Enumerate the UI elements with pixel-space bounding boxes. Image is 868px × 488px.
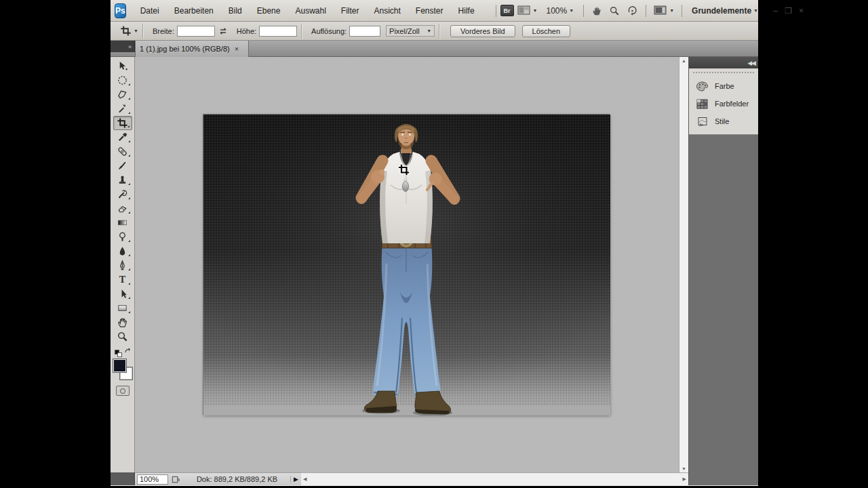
svg-text:T: T	[119, 274, 126, 285]
toolbar-collapse-button[interactable]: »	[111, 41, 135, 52]
tool-history-brush[interactable]	[113, 187, 132, 201]
tool-path-selection[interactable]	[113, 287, 132, 301]
status-bar: 100% Dok: 889,2 KB/889,2 KB ▶ ◀ ▶	[111, 472, 688, 485]
tool-elliptical-marquee[interactable]	[113, 73, 132, 87]
front-image-button[interactable]: Vorderes Bild	[450, 25, 515, 37]
foreground-color-swatch[interactable]	[113, 359, 126, 372]
quick-mask-icon	[120, 388, 125, 394]
minimize-button[interactable]: –	[769, 6, 782, 16]
vertical-scrollbar[interactable]: ▲ ▼	[679, 57, 688, 472]
menu-bild[interactable]: Bild	[221, 3, 250, 18]
panel-farbfelder[interactable]: Farbfelder	[689, 95, 758, 113]
menu-ebene[interactable]: Ebene	[250, 3, 288, 18]
workspace-switcher[interactable]: Grundelemente ▼	[692, 6, 758, 16]
status-zoom-input[interactable]: 100%	[137, 474, 168, 485]
resolution-label: Auflösung:	[311, 27, 347, 35]
tools-panel: T	[111, 57, 135, 472]
screen-mode-icon[interactable]: ▼	[650, 4, 677, 18]
tab-close-icon[interactable]: ×	[235, 45, 239, 53]
hand-icon[interactable]	[588, 4, 606, 18]
chevron-down-icon: ▼	[533, 8, 538, 13]
width-input[interactable]	[177, 26, 215, 37]
menu-ansicht[interactable]: Ansicht	[367, 3, 408, 18]
chevron-down-icon: ▼	[427, 28, 431, 33]
menu-datei[interactable]: Datei	[133, 3, 167, 18]
pasteboard[interactable]	[135, 57, 679, 472]
menu-bearbeiten[interactable]: Bearbeiten	[167, 3, 221, 18]
photoshop-logo-icon[interactable]: Ps	[115, 3, 126, 18]
tool-pen[interactable]	[113, 258, 132, 272]
crop-icon	[120, 25, 132, 37]
svg-text:fx: fx	[699, 121, 703, 127]
tool-clone-stamp[interactable]	[113, 173, 132, 187]
tool-options-bar: ▼ Breite: Höhe: Auflösung: Pixel/Zoll ▼ …	[111, 22, 758, 41]
menu-filter[interactable]: Filter	[334, 3, 367, 18]
application-bar: Br ▼ 100% ▼ ▼	[492, 4, 808, 18]
divider	[301, 24, 302, 39]
default-colors-control[interactable]	[114, 348, 132, 357]
scroll-right-icon[interactable]: ▶	[683, 476, 686, 482]
close-button[interactable]: ×	[795, 6, 808, 16]
collapsed-panels: Farbe Farbfelder fx Stile	[689, 68, 758, 135]
menu-fenster[interactable]: Fenster	[408, 3, 451, 18]
scroll-down-icon[interactable]: ▼	[682, 466, 686, 471]
document-tab-strip: » 1 (1).jpg bei 100% (RGB/8) ×	[111, 41, 758, 57]
document-tab[interactable]: 1 (1).jpg bei 100% (RGB/8) ×	[135, 41, 249, 57]
tool-dodge[interactable]	[113, 230, 132, 244]
tool-zoom[interactable]	[113, 329, 132, 344]
swap-colors-icon[interactable]	[124, 348, 132, 354]
workspace-area: T	[111, 57, 758, 472]
divider	[583, 5, 584, 17]
document-size-info: Dok: 889,2 KB/889,2 KB	[184, 475, 290, 483]
photoshop-window: Ps Datei Bearbeiten Bild Ebene Auswahl F…	[111, 0, 758, 486]
tool-type[interactable]: T	[113, 272, 132, 287]
status-corner-block	[111, 472, 135, 485]
tool-brush[interactable]	[113, 159, 132, 173]
divider	[439, 24, 439, 39]
bridge-button[interactable]: Br	[500, 5, 514, 16]
tool-eraser[interactable]	[113, 201, 132, 216]
color-swatches	[113, 359, 133, 380]
scroll-left-icon[interactable]: ◀	[303, 476, 307, 482]
styles-panel-icon: fx	[694, 116, 709, 127]
dock-collapse-button[interactable]: ◀◀	[689, 57, 758, 68]
menu-hilfe[interactable]: Hilfe	[451, 3, 482, 18]
document-tab-title: 1 (1).jpg bei 100% (RGB/8)	[140, 45, 230, 53]
tool-crop[interactable]	[113, 116, 132, 130]
scroll-up-icon[interactable]: ▲	[682, 58, 686, 63]
canvas-image	[203, 115, 610, 415]
resolution-input[interactable]	[349, 26, 380, 37]
tool-shape[interactable]	[113, 301, 132, 315]
divider	[142, 24, 143, 39]
tool-magic-wand[interactable]	[113, 102, 132, 116]
panel-label: Stile	[715, 117, 729, 125]
panel-farbe[interactable]: Farbe	[689, 77, 758, 95]
chevron-down-icon: ▼	[569, 8, 574, 13]
horizontal-scrollbar[interactable]: ◀ ▶	[301, 472, 688, 485]
clear-button[interactable]: Löschen	[522, 25, 571, 37]
arrange-documents-icon[interactable]: ▼	[514, 4, 541, 18]
tool-move[interactable]	[113, 59, 132, 73]
tool-blur[interactable]	[113, 244, 132, 258]
height-input[interactable]	[259, 26, 297, 37]
crop-tool-preset[interactable]: ▼	[120, 25, 138, 37]
tool-lasso[interactable]	[113, 87, 132, 102]
width-label: Breite:	[153, 27, 174, 35]
dock-gripper[interactable]	[693, 72, 754, 73]
zoom-icon[interactable]	[606, 4, 623, 18]
rotate-view-icon[interactable]	[623, 4, 642, 18]
tool-hand[interactable]	[113, 315, 132, 329]
swap-dimensions-icon[interactable]	[215, 24, 231, 38]
panel-stile[interactable]: fx Stile	[689, 113, 758, 130]
tool-gradient[interactable]	[113, 216, 132, 230]
status-flyout-button[interactable]: ▶	[290, 476, 301, 483]
resolution-unit-select[interactable]: Pixel/Zoll ▼	[386, 25, 435, 37]
quick-mask-button[interactable]	[116, 386, 130, 396]
zoom-level-dropdown[interactable]: 100% ▼	[547, 6, 574, 16]
tool-eyedropper[interactable]	[113, 130, 132, 144]
tool-healing-brush[interactable]	[113, 144, 132, 159]
divider	[496, 5, 496, 17]
menu-auswahl[interactable]: Auswahl	[288, 3, 333, 18]
restore-button[interactable]: ❐	[782, 6, 795, 16]
document-canvas[interactable]	[203, 114, 610, 415]
